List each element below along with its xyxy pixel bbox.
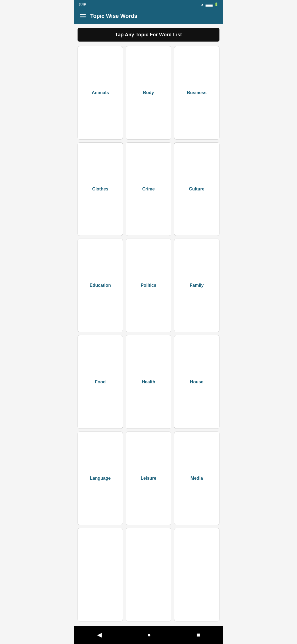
topic-label-partial1 [98,572,103,577]
topic-item-leisure[interactable]: Leisure [126,432,171,525]
topic-label-family: Family [188,281,206,290]
topic-label-business: Business [185,88,209,97]
topic-item-body[interactable]: Body [126,46,171,140]
home-button[interactable]: ● [142,630,156,640]
signal-icon: ▄▄▄ [205,2,213,6]
status-icons: ▲ ▄▄▄ 🔋 [201,2,218,6]
topic-item-clothes[interactable]: Clothes [78,142,123,236]
topic-label-food: Food [93,377,108,387]
topic-item-education[interactable]: Education [78,239,123,332]
hamburger-line-3 [80,18,86,18]
topic-label-media: Media [188,474,205,483]
wifi-icon: ▲ [201,2,204,6]
menu-button[interactable] [80,14,86,18]
topic-item-partial1 [78,528,123,621]
topic-item-family[interactable]: Family [174,239,219,332]
topic-item-politics[interactable]: Politics [126,239,171,332]
topic-item-crime[interactable]: Crime [126,142,171,236]
topic-item-health[interactable]: Health [126,335,171,429]
topic-label-politics: Politics [139,281,159,290]
topic-item-food[interactable]: Food [78,335,123,429]
topic-label-language: Language [88,474,113,483]
topic-grid: AnimalsBodyBusinessClothesCrimeCultureEd… [74,46,223,626]
recents-button[interactable]: ■ [191,630,205,640]
topic-item-business[interactable]: Business [174,46,219,140]
back-button[interactable]: ◀ [92,630,107,640]
status-bar: 3:49 ▲ ▄▄▄ 🔋 [74,0,223,9]
topic-label-education: Education [87,281,113,290]
page-title: Topic Wise Words [90,13,137,19]
topic-label-leisure: Leisure [139,474,159,483]
instruction-banner: Tap Any Topic For Word List [78,28,219,42]
topic-item-partial3 [174,528,219,621]
topic-label-partial3 [194,572,199,577]
topic-item-partial2 [126,528,171,621]
topic-label-partial2 [146,572,151,577]
topic-label-animals: Animals [90,88,111,97]
bottom-navigation: ◀ ● ■ [74,626,223,644]
topic-item-animals[interactable]: Animals [78,46,123,140]
topic-label-clothes: Clothes [90,184,111,194]
topic-item-house[interactable]: House [174,335,219,429]
topic-item-language[interactable]: Language [78,432,123,525]
hamburger-line-2 [80,16,86,17]
topic-label-crime: Crime [140,184,157,194]
topic-item-culture[interactable]: Culture [174,142,219,236]
topic-label-culture: Culture [187,184,207,194]
topic-item-media[interactable]: Media [174,432,219,525]
app-header: Topic Wise Words [74,9,223,24]
topic-label-body: Body [141,88,156,97]
status-time: 3:49 [79,2,86,6]
hamburger-line-1 [80,14,86,15]
topic-label-health: Health [140,377,158,387]
topic-label-house: House [188,377,206,387]
battery-icon: 🔋 [214,2,218,6]
